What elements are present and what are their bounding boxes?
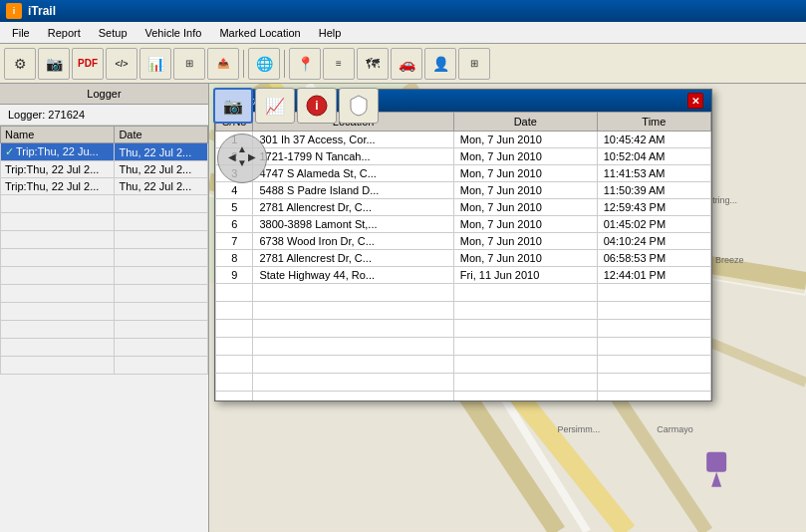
menu-bar: File Report Setup Vehicle Info Marked Lo… [0,22,806,44]
trip-date: Thu, 22 Jul 2... [115,143,208,161]
nav-circle[interactable]: ▲ ▼ ◀ ▶ [217,133,267,183]
stay-time: 12:44:01 PM [597,267,710,284]
stay-list-row[interactable]: 3 4747 S Alameda St, C... Mon, 7 Jun 201… [216,165,711,182]
map-tab-shield[interactable] [339,88,379,124]
stay-date: Mon, 7 Jun 2010 [453,182,597,199]
menu-setup[interactable]: Setup [91,25,135,41]
stay-location: 3800-3898 Lamont St,... [253,216,453,233]
stay-location: 1721-1799 N Tancah... [253,148,453,165]
vehicle-button[interactable]: 🚗 [391,48,422,80]
map-tabs: 📷 📈 i [209,84,383,128]
stay-location: 6738 Wood Iron Dr, C... [253,233,453,250]
pin-button[interactable]: 📍 [289,48,321,80]
stay-sno: 5 [216,199,253,216]
stay-location: 4747 S Alameda St, C... [253,165,453,182]
main-layout: Logger Logger: 271624 Name Date ✓Trip:Th… [0,84,806,532]
stay-date: Mon, 7 Jun 2010 [453,250,597,267]
trip-row-empty [1,231,208,249]
logger-header: Logger [0,84,208,105]
stay-list-row[interactable]: 8 2781 Allencrest Dr, C... Mon, 7 Jun 20… [216,250,711,267]
stay-list-row[interactable]: 6 3800-3898 Lamont St,... Mon, 7 Jun 201… [216,216,711,233]
html-button[interactable]: </> [106,48,137,80]
stay-row-empty [216,392,711,401]
stay-list-row[interactable]: 2 1721-1799 N Tancah... Mon, 7 Jun 2010 … [216,148,711,165]
extra-button[interactable]: ⊞ [458,48,490,80]
svg-text:◀: ◀ [228,151,236,162]
trip-row-empty [1,267,208,285]
logger-info: Logger: 271624 [0,105,208,126]
stay-date: Mon, 7 Jun 2010 [453,233,597,250]
dialog-close-button[interactable]: ✕ [687,93,703,109]
stay-date: Mon, 7 Jun 2010 [453,165,597,182]
stay-row-empty [216,356,711,374]
stay-time: 06:58:53 PM [597,250,710,267]
col-name: Name [1,127,115,143]
col-date: Date [115,127,208,143]
title-bar: i iTrail [0,0,806,22]
stay-time: 04:10:24 PM [597,233,710,250]
trip-row-empty [1,213,208,231]
stay-time: 10:45:42 AM [597,132,710,148]
globe-button[interactable]: 🌐 [248,48,280,80]
stay-row-empty [216,338,711,356]
stay-location: 2781 Allencrest Dr, C... [253,250,453,267]
stay-date: Mon, 7 Jun 2010 [453,132,597,148]
stay-location: 2781 Allencrest Dr, C... [253,199,453,216]
stay-list-dialog: 📋 Stay List ✕ S/No Location Date Time [214,89,712,401]
svg-text:▶: ▶ [248,151,256,162]
stay-list-row[interactable]: 4 5488 S Padre Island D... Mon, 7 Jun 20… [216,182,711,199]
stay-row-empty [216,374,711,392]
stay-location: 301 Ih 37 Access, Cor... [253,132,453,148]
settings-button[interactable]: ⚙ [4,48,36,80]
trip-row-empty [1,249,208,267]
menu-help[interactable]: Help [311,25,350,41]
menu-file[interactable]: File [4,25,38,41]
stay-date: Mon, 7 Jun 2010 [453,216,597,233]
stay-time: 11:50:39 AM [597,182,710,199]
data-button[interactable]: ≡ [323,48,355,80]
menu-marked-location[interactable]: Marked Location [211,25,308,41]
map-tab-camera[interactable]: 📷 [213,88,253,124]
stay-table: S/No Location Date Time 1 301 Ih 37 Acce… [215,112,711,400]
menu-vehicle-info[interactable]: Vehicle Info [137,25,210,41]
menu-report[interactable]: Report [40,25,89,41]
stay-sno: 6 [216,216,253,233]
nav-arrows: ▲ ▼ ◀ ▶ [222,138,262,178]
stay-row-empty [216,284,711,302]
trip-date: Thu, 22 Jul 2... [115,178,208,195]
map-icon-button[interactable]: 🗺 [357,48,389,80]
svg-rect-18 [706,452,726,472]
trip-row-empty [1,303,208,321]
toolbar-sep-2 [284,50,285,78]
chart-button[interactable]: 📊 [139,48,171,80]
trip-name: Trip:Thu, 22 Jul 2... [1,178,115,195]
trip-row[interactable]: Trip:Thu, 22 Jul 2... Thu, 22 Jul 2... [1,161,208,178]
col-time: Time [597,113,710,132]
map-tab-chart[interactable]: 📈 [255,88,295,124]
person-button[interactable]: 👤 [424,48,456,80]
trip-list-area: Name Date ✓Trip:Thu, 22 Ju... Thu, 22 Ju… [0,126,208,532]
stay-time: 10:52:04 AM [597,148,710,165]
map-tab-route[interactable]: i [297,88,337,124]
stay-list-row[interactable]: 5 2781 Allencrest Dr, C... Mon, 7 Jun 20… [216,199,711,216]
export-button[interactable]: 📤 [207,48,239,80]
stay-date: Mon, 7 Jun 2010 [453,148,597,165]
stay-list-row[interactable]: 1 301 Ih 37 Access, Cor... Mon, 7 Jun 20… [216,132,711,148]
map-nav[interactable]: ▲ ▼ ◀ ▶ [217,133,267,183]
stay-row-empty [216,302,711,320]
col-date: Date [453,113,597,132]
stay-time: 01:45:02 PM [597,216,710,233]
stay-table-container[interactable]: S/No Location Date Time 1 301 Ih 37 Acce… [215,112,711,400]
trip-row[interactable]: Trip:Thu, 22 Jul 2... Thu, 22 Jul 2... [1,178,208,195]
toolbar-sep-1 [243,50,244,78]
stay-row-empty [216,320,711,338]
svg-text:Carmayo: Carmayo [657,424,692,434]
trip-name: ✓Trip:Thu, 22 Ju... [1,143,115,161]
pdf-button[interactable]: PDF [72,48,104,80]
trip-row[interactable]: ✓Trip:Thu, 22 Ju... Thu, 22 Jul 2... [1,143,208,161]
stay-list-row[interactable]: 9 State Highway 44, Ro... Fri, 11 Jun 20… [216,267,711,284]
table-button[interactable]: ⊞ [173,48,205,80]
stay-list-row[interactable]: 7 6738 Wood Iron Dr, C... Mon, 7 Jun 201… [216,233,711,250]
camera-button[interactable]: 📷 [38,48,70,80]
stay-date: Mon, 7 Jun 2010 [453,199,597,216]
